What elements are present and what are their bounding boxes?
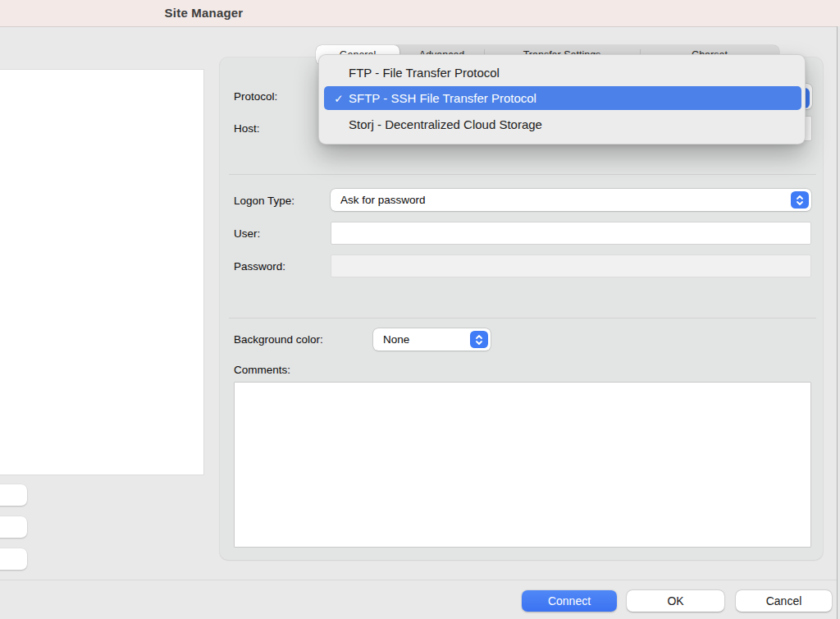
connect-button[interactable]: Connect [522,590,617,612]
dropdown-item-sftp[interactable]: ✓ SFTP - SSH File Transfer Protocol [324,86,801,110]
sidebar-button-1[interactable] [0,484,27,506]
background-color-stepper-icon [470,331,488,348]
logon-type-label: Logon Type: [234,195,294,207]
user-label: User: [234,227,260,240]
bottom-divider [0,580,840,580]
protocol-label: Protocol: [234,90,277,103]
protocol-dropdown-menu: FTP - File Transfer Protocol ✓ SFTP - SS… [318,54,806,144]
logon-type-value: Ask for password [331,194,811,206]
title-bar: Site Manager [0,0,840,27]
cancel-button[interactable]: Cancel [736,590,832,612]
checkmark-icon: ✓ [324,92,349,105]
section-divider [229,174,816,175]
sidebar-button-2[interactable] [0,516,27,538]
password-input [331,254,811,277]
background-color-select[interactable]: None [373,328,491,351]
background-color-label: Background color: [234,333,323,346]
logon-type-stepper-icon [791,191,809,209]
dropdown-item-ftp[interactable]: FTP - File Transfer Protocol [324,61,801,85]
window-title: Site Manager [0,6,408,20]
comments-label: Comments: [234,364,290,376]
section-divider [229,318,816,319]
site-tree-panel[interactable] [0,69,204,475]
user-input[interactable] [331,222,811,245]
dropdown-item-storj[interactable]: Storj - Decentralized Cloud Storage [324,112,801,136]
logon-type-select[interactable]: Ask for password [331,189,811,211]
host-label: Host: [234,122,260,135]
sidebar-button-3[interactable] [0,548,27,570]
ok-button[interactable]: OK [627,590,724,612]
password-label: Password: [234,260,285,273]
comments-textarea[interactable] [234,382,811,548]
